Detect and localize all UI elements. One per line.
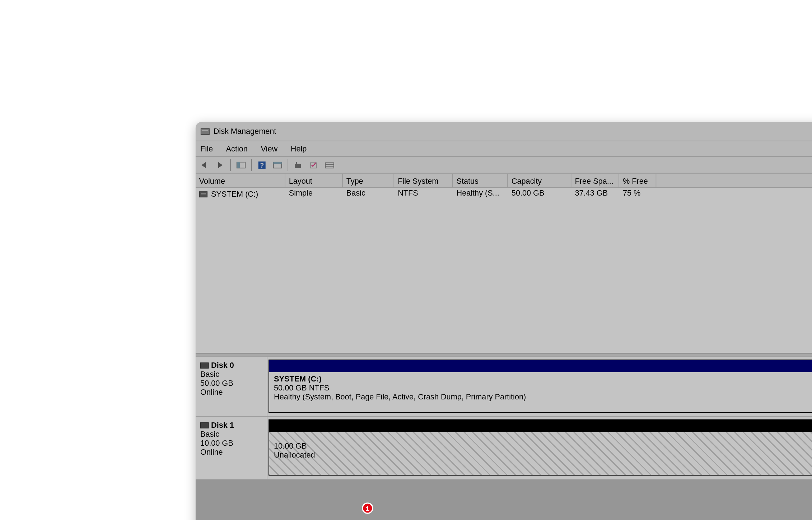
svg-rect-7 <box>237 162 239 168</box>
settings-icon[interactable] <box>292 158 305 172</box>
volume-list[interactable]: SYSTEM (C:) Simple Basic NTFS Healthy (S… <box>195 188 812 353</box>
menu-view[interactable]: View <box>255 144 283 154</box>
toolbar: ? <box>195 157 812 174</box>
col-capacity[interactable]: Capacity <box>508 174 571 187</box>
disk-1-unallocated[interactable]: 10.00 GB Unallocated <box>269 420 812 476</box>
back-button[interactable] <box>198 158 211 172</box>
col-type[interactable]: Type <box>342 174 394 187</box>
forward-button[interactable] <box>213 158 227 172</box>
svg-rect-11 <box>273 162 281 164</box>
disk-row-1: Disk 1 Basic 10.00 GB Online 10.00 GB Un… <box>195 417 812 480</box>
disk-management-window: { "title": "Disk Management", "menus": {… <box>195 122 812 520</box>
disk-icon <box>200 422 209 428</box>
refresh-icon[interactable] <box>307 158 321 172</box>
partition-header-unallocated <box>269 420 812 432</box>
svg-text:?: ? <box>260 161 264 169</box>
col-volume[interactable]: Volume <box>195 174 285 187</box>
partition-header-primary <box>269 360 812 372</box>
col-free[interactable]: Free Spa... <box>571 174 619 187</box>
volume-icon <box>199 191 207 197</box>
svg-rect-13 <box>296 162 297 164</box>
volume-capacity: 50.00 GB <box>508 188 571 200</box>
disk-1-info[interactable]: Disk 1 Basic 10.00 GB Online <box>195 417 267 479</box>
window-title: Disk Management <box>213 127 276 136</box>
col-layout[interactable]: Layout <box>285 174 342 187</box>
volume-free: 37.43 GB <box>571 188 619 200</box>
svg-rect-12 <box>295 164 301 168</box>
svg-rect-0 <box>201 128 209 135</box>
menu-file[interactable]: File <box>198 144 219 154</box>
disk-icon <box>200 362 209 368</box>
svg-rect-1 <box>202 130 208 131</box>
volume-name: SYSTEM (C:) <box>211 189 258 198</box>
properties-button[interactable] <box>271 158 284 172</box>
volume-row[interactable]: SYSTEM (C:) Simple Basic NTFS Healthy (S… <box>195 188 812 200</box>
splitter[interactable] <box>195 353 812 356</box>
help-button[interactable]: ? <box>255 158 269 172</box>
disk-map: Disk 0 Basic 50.00 GB Online SYSTEM (C:)… <box>195 356 812 479</box>
disk-0-info[interactable]: Disk 0 Basic 50.00 GB Online <box>195 357 267 416</box>
menu-action[interactable]: Action <box>220 144 253 154</box>
volume-pctfree: 75 % <box>619 188 656 200</box>
volume-status: Healthy (S... <box>453 188 508 200</box>
col-pctfree[interactable]: % Free <box>619 174 656 187</box>
disk-row-0: Disk 0 Basic 50.00 GB Online SYSTEM (C:)… <box>195 356 812 417</box>
svg-rect-15 <box>325 163 333 168</box>
disk-0-partition-system[interactable]: SYSTEM (C:) 50.00 GB NTFS Healthy (Syste… <box>269 360 812 413</box>
app-icon <box>200 127 210 136</box>
volume-list-header: Volume Layout Type File System Status Ca… <box>195 173 812 188</box>
titlebar: Disk Management <box>195 122 812 141</box>
col-status[interactable]: Status <box>453 174 508 187</box>
volume-layout: Simple <box>285 188 342 200</box>
volume-type: Basic <box>342 188 394 200</box>
volume-fs: NTFS <box>394 188 453 200</box>
list-icon[interactable] <box>323 158 336 172</box>
menu-help[interactable]: Help <box>285 144 313 154</box>
col-filesystem[interactable]: File System <box>394 174 453 187</box>
show-hide-tree-button[interactable] <box>234 158 248 172</box>
callout-badge-1: 1 <box>362 502 373 514</box>
menubar: File Action View Help <box>195 141 812 156</box>
